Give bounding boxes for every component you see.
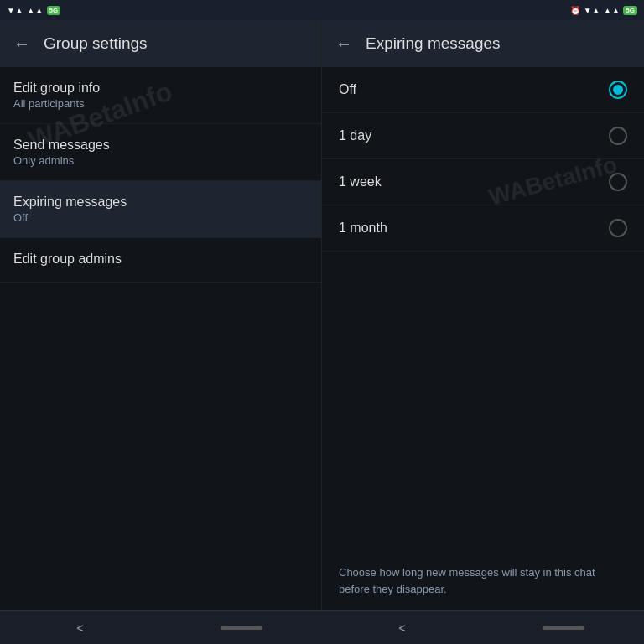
radio-circle-1week[interactable] [609,173,627,191]
wifi-icon-right: ▼▲ [584,6,600,15]
nav-bar-right: < [322,610,644,644]
settings-item-edit-group-admins-title: Edit group admins [13,252,308,267]
right-panel-title: Expiring messages [366,34,501,53]
radio-option-off[interactable]: Off [322,67,644,113]
nav-back-left[interactable]: < [60,615,100,641]
nav-bar: < < [0,610,644,644]
radio-circle-off[interactable] [609,80,627,99]
nav-back-right[interactable]: < [382,615,422,641]
radio-option-1month[interactable]: 1 month [322,205,644,252]
nav-pill-left [221,626,262,630]
radio-options: Off 1 day 1 week 1 month [322,67,644,551]
wifi-icon: ▼▲ [7,6,23,15]
status-bar-right: ⏰ ▼▲ ▲▲ 5G [570,6,637,15]
description-text: Choose how long new messages will stay i… [322,551,644,610]
left-panel-header: ← Group settings [0,20,321,67]
nav-pill-right [543,626,584,630]
signal-icon: ▲▲ [27,6,44,15]
status-bar: ▼▲ ▲▲ 5G ⏰ ▼▲ ▲▲ 5G [0,0,644,20]
radio-option-1week[interactable]: 1 week [322,159,644,205]
right-panel-header: ← Expiring messages [322,20,644,67]
radio-label-1month: 1 month [339,221,387,236]
radio-label-1week: 1 week [339,174,382,190]
radio-circle-1month[interactable] [609,219,627,237]
radio-circle-1day[interactable] [609,127,627,145]
status-bar-left: ▼▲ ▲▲ 5G [7,6,60,15]
alarm-icon: ⏰ [570,6,580,15]
settings-item-send-messages[interactable]: Send messages Only admins [0,124,321,181]
radio-label-1day: 1 day [339,128,371,143]
settings-item-edit-group-info-title: Edit group info [13,80,308,96]
nav-bar-left: < [0,610,322,644]
left-panel: ← Group settings Edit group info All par… [0,20,322,610]
settings-item-edit-group-info-subtitle: All participants [13,97,308,110]
settings-list: Edit group info All participants Send me… [0,67,321,610]
settings-item-send-messages-title: Send messages [13,138,308,153]
settings-item-expiring-messages[interactable]: Expiring messages Off [0,181,321,238]
battery-badge-right: 5G [623,6,637,15]
right-back-button[interactable]: ← [335,34,352,54]
right-panel: ← Expiring messages Off 1 day 1 week 1 m… [322,20,644,610]
settings-item-expiring-messages-subtitle: Off [13,211,308,224]
signal-icon-right: ▲▲ [604,6,621,15]
left-back-button[interactable]: ← [13,34,30,54]
left-panel-title: Group settings [44,34,148,53]
main-content: ← Group settings Edit group info All par… [0,20,644,610]
radio-option-1day[interactable]: 1 day [322,113,644,159]
radio-label-off: Off [339,82,356,97]
settings-item-send-messages-subtitle: Only admins [13,154,308,167]
settings-item-edit-group-admins[interactable]: Edit group admins [0,238,321,283]
settings-item-expiring-messages-title: Expiring messages [13,195,308,210]
battery-badge-left: 5G [47,6,61,15]
settings-item-edit-group-info[interactable]: Edit group info All participants [0,67,321,124]
